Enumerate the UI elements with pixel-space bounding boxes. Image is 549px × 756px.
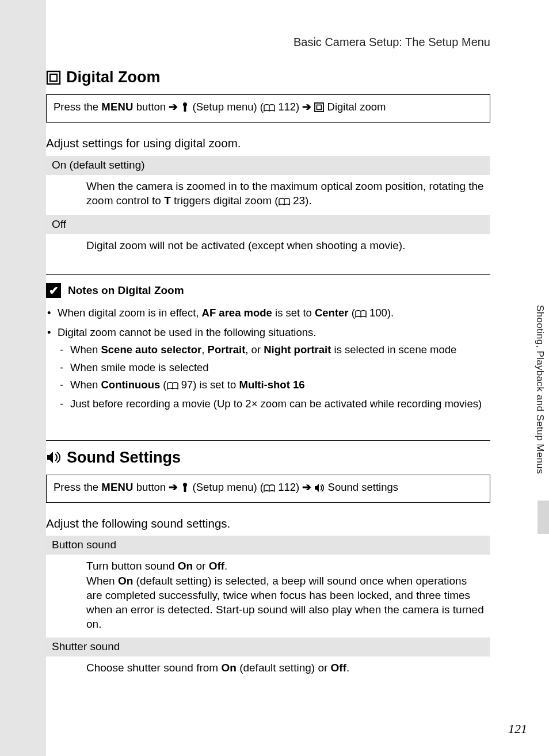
book-icon <box>355 307 367 322</box>
svg-rect-0 <box>47 71 60 84</box>
list-item: When Scene auto selector, Portrait, or N… <box>58 342 490 357</box>
side-tab: Shooting, Playback and Setup Menus <box>533 305 549 535</box>
arrow-icon: ➔ <box>302 101 311 113</box>
list-item: When smile mode is selected <box>58 360 490 375</box>
option-body: Digital zoom will not be activated (exce… <box>46 234 490 258</box>
thumb-index-tab <box>537 501 549 534</box>
svg-rect-4 <box>317 105 322 110</box>
book-icon <box>167 379 178 394</box>
section-heading-digital-zoom: Digital Zoom <box>46 68 490 86</box>
option-heading: Shutter sound <box>46 637 490 656</box>
speaker-icon <box>314 482 325 497</box>
arrow-icon: ➔ <box>169 101 178 113</box>
wrench-icon <box>181 482 189 497</box>
svg-rect-3 <box>315 103 323 112</box>
option-heading: Button sound <box>46 536 490 555</box>
zoom-frame-icon <box>314 102 324 116</box>
arrow-icon: ➔ <box>169 481 178 493</box>
wrench-icon <box>181 102 189 116</box>
option-body: Turn button sound On or Off. When On (de… <box>46 555 490 637</box>
chapter-title: Basic Camera Setup: The Setup Menu <box>46 36 490 49</box>
svg-rect-1 <box>50 74 57 81</box>
option-heading: On (default setting) <box>46 156 490 175</box>
section-heading-sound-settings: Sound Settings <box>46 449 490 467</box>
side-tab-label: Shooting, Playback and Setup Menus <box>534 305 546 474</box>
option-body: Choose shutter sound from On (default se… <box>46 656 490 681</box>
section-intro: Adjust the following sound settings. <box>46 516 490 532</box>
nav-path-box: Press the MENU button ➔ (Setup menu) ( 1… <box>46 94 490 123</box>
speaker-icon <box>46 450 62 464</box>
nav-path-box: Press the MENU button ➔ (Setup menu) ( 1… <box>46 475 490 503</box>
zoom-frame-icon <box>46 70 61 85</box>
book-icon <box>264 482 275 497</box>
option-body: When the camera is zoomed in to the maxi… <box>46 175 490 216</box>
section-title: Sound Settings <box>67 449 181 467</box>
book-icon <box>264 102 275 116</box>
notes-heading: ✔ Notes on Digital Zoom <box>46 283 490 298</box>
page-number: 121 <box>508 721 527 736</box>
list-item: When Continuous ( 97) is set to Multi-sh… <box>58 377 490 394</box>
option-heading: Off <box>46 215 490 234</box>
check-badge-icon: ✔ <box>46 283 61 298</box>
list-item: Just before recording a movie (Up to 2× … <box>58 396 490 411</box>
list-item: When digital zoom is in effect, AF area … <box>46 305 490 322</box>
book-icon <box>279 195 290 209</box>
list-item: Digital zoom cannot be used in the follo… <box>46 324 490 412</box>
section-title: Digital Zoom <box>66 68 161 86</box>
section-intro: Adjust settings for using digital zoom. <box>46 135 490 151</box>
notes-list: When digital zoom is in effect, AF area … <box>46 305 490 411</box>
arrow-icon: ➔ <box>302 481 311 493</box>
